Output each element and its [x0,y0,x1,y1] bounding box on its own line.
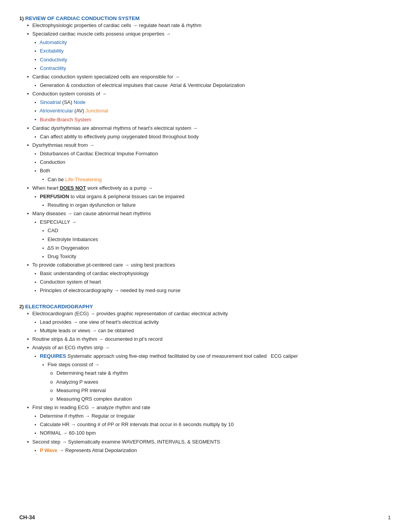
section-1: 1) REVIEW OF CARDIAC CONDUCTION SYSTEM E… [19,15,391,295]
item-automaticity: Automaticity [19,38,391,47]
item-principles-ecg: Principles of electrocardiography → need… [19,286,391,295]
item-conduction-consists: Conduction system consists of → [19,90,391,98]
item-analyzing-p: Analyzing P waves [19,378,391,386]
item-delta-oxygenation: ΔS in Oxygenation [19,244,391,252]
item-resulting-in: Resulting in organ dysfunction or failur… [19,201,391,209]
item-p-wave: P Wave → Represents Atrial Depolarizatio… [19,446,391,455]
item-collaborative-care: To provide collaborative pt-centered car… [19,261,391,269]
item-sinoatrial: Sinoatrial (SA) Node [19,98,391,107]
item-drug-toxicity: Drug Toxicity [19,252,391,261]
section-2-title: 2) ELECTROCARDIOGRAPHY [19,304,391,309]
item-especially: ESPECIALLY → [19,218,391,226]
item-specialized-cardiac: Specialized cardiac muscle cells possess… [19,30,391,38]
item-measuring-pr: Measuring PR interval [19,386,391,395]
chapter-label: CH-34 [19,514,35,520]
item-disturbances: Disturbances of Cardiac Electrical Impul… [19,150,391,158]
item-conduction-heart: Conduction system of heart [19,278,391,286]
section-2-list: Electrocardiogram (ECG) → provides graph… [19,309,391,455]
item-five-steps: Five steps consist of → [19,360,391,369]
item-first-step-ecg: First step in reading ECG → analyze rhyt… [19,403,391,412]
item-cardiac-conduction-responsible: Cardiac conduction system specialized ce… [19,73,391,81]
item-routine-strips: Routine strips & Δs in rhythm → document… [19,335,391,343]
section-2-heading: ELECTROCARDIOGRAPHY [25,304,93,309]
item-perfusion: PERFUSION to vital organs & peripheral t… [19,192,391,201]
item-requires-systematic: REQUIRES Systematic approach using five-… [19,352,391,360]
item-dysrhythmias-abnormal: Cardiac dysrhythmias are abnormal rhythm… [19,124,391,133]
item-analysis-ecg: Analysis of an ECG rhythm strip → [19,343,391,352]
item-can-affect: Can affect ability to effectively pump o… [19,133,391,141]
item-atrioventricular: Atrioventricular (AV) Junctional [19,107,391,115]
item-many-diseases: Many diseases → can cause abnormal heart… [19,209,391,218]
item-can-be-life: Can be Life-Threatening [19,175,391,184]
item-generation-conduction: Generation & conduction of electrical im… [19,81,391,90]
item-determining-hr: Determining heart rate & rhythm [19,369,391,377]
item-multiple-leads: Multiple leads or views → can be obtaine… [19,326,391,335]
section-1-heading: REVIEW OF CARDIAC CONDUCTION SYSTEM [25,15,139,21]
section-1-number: 1) [19,15,25,21]
item-lead-provides: Lead provides → one view of heart's elec… [19,318,391,326]
item-when-heart: When heart DOES NOT work effectively as … [19,184,391,192]
item-dysrhythmias-result: Dysrhythmias result from → [19,141,391,150]
section-2: 2) ELECTROCARDIOGRAPHY Electrocardiogram… [19,304,391,455]
section-1-title: 1) REVIEW OF CARDIAC CONDUCTION SYSTEM [19,15,391,21]
section-2-number: 2) [19,304,25,309]
item-electrolyte: Electrolyte Imbalances [19,235,391,244]
item-determine-rhythm: Determine if rhythm → Regular or Irregul… [19,412,391,420]
item-both: Both [19,167,391,175]
item-electrophysiologic: Electrophysiologic properties of cardiac… [19,21,391,30]
item-calculate-hr: Calculate HR → counting # of PP or RR in… [19,420,391,429]
item-conduction: Conduction [19,158,391,167]
item-cad: CAD [19,226,391,235]
item-excitability: Excitability [19,47,391,55]
item-contractility: Contractility [19,64,391,73]
item-measuring-qrs: Measuring QRS complex duration [19,395,391,403]
item-ecg-graphic: Electrocardiogram (ECG) → provides graph… [19,309,391,318]
item-basic-understanding: Basic understanding of cardiac electroph… [19,269,391,278]
item-conductivity: Conductivity [19,56,391,64]
page-number: 1 [388,515,391,520]
item-normal-60-100: NORMAL → 60-100 bpm [19,429,391,437]
item-bundle-branch: Bundle-Branch System [19,116,391,124]
section-1-list: Electrophysiologic properties of cardiac… [19,21,391,295]
item-second-step: Second step → Systematically examine WAV… [19,438,391,446]
